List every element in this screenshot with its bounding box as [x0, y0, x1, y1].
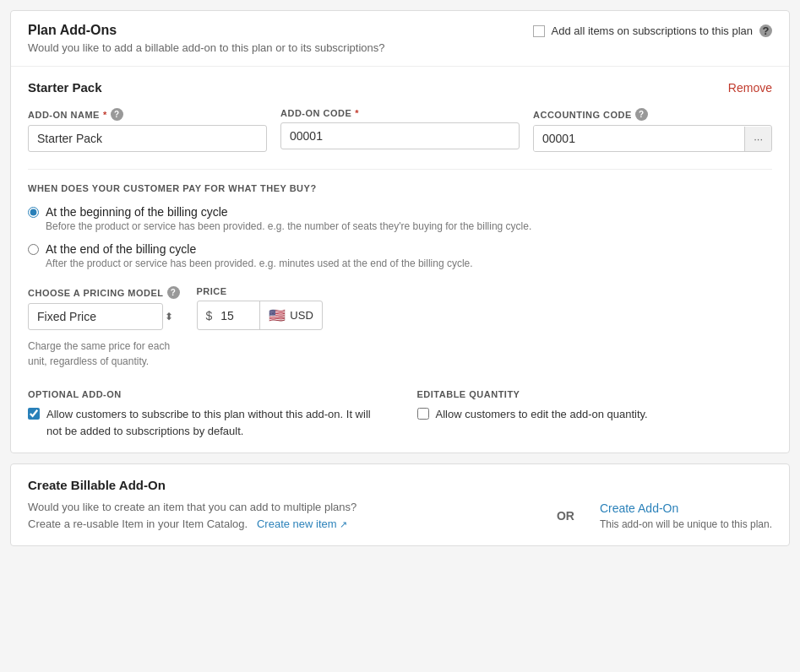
payment-beginning-title: At the beginning of the billing cycle	[46, 205, 531, 219]
dollar-sign: $	[198, 303, 218, 328]
price-input-row: $ 🇺🇸 USD	[197, 301, 323, 330]
starter-pack-title: Starter Pack	[28, 80, 102, 95]
payment-beginning-option: At the beginning of the billing cycle Be…	[28, 205, 772, 232]
optional-addon-option: Allow customers to subscribe to this pla…	[28, 406, 384, 439]
accounting-code-browse-button[interactable]: ···	[744, 127, 771, 151]
pricing-model-group: CHOOSE A PRICING MODEL ? Fixed Price Per…	[28, 286, 180, 330]
addon-code-group: ADD-ON CODE *	[280, 108, 520, 152]
addon-name-group: ADD-ON NAME * ?	[28, 108, 267, 152]
create-addon-link[interactable]: Create Add-On	[600, 501, 772, 515]
editable-quantity-group: EDITABLE QUANTITY Allow customers to edi…	[417, 389, 773, 439]
pricing-model-label: CHOOSE A PRICING MODEL ?	[28, 286, 180, 299]
page-subtitle: Would you like to add a billable add-on …	[28, 41, 385, 54]
payment-end-title: At the end of the billing cycle	[46, 242, 473, 256]
create-addon-card: Create Billable Add-On Would you like to…	[10, 463, 790, 546]
accounting-code-label: ACCOUNTING CODE ?	[533, 108, 772, 121]
price-group: PRICE $ 🇺🇸 USD	[197, 286, 323, 330]
create-addon-right: Create Add-On This add-on will be unique…	[600, 501, 772, 530]
accounting-code-input[interactable]	[534, 126, 744, 151]
external-link-icon: ↗	[340, 519, 347, 529]
payment-end-option: At the end of the billing cycle After th…	[28, 242, 772, 269]
accounting-code-help-icon[interactable]: ?	[635, 108, 648, 121]
us-flag-icon: 🇺🇸	[269, 307, 286, 323]
page-title: Plan Add-Ons	[28, 23, 385, 38]
pricing-model-select[interactable]: Fixed Price Per Unit Tiered Volume Stair…	[28, 303, 163, 330]
currency-label: USD	[290, 309, 313, 322]
editable-quantity-text[interactable]: Allow customers to edit the add-on quant…	[436, 406, 648, 423]
addon-code-input[interactable]	[280, 122, 520, 149]
addon-name-required: *	[103, 110, 107, 120]
editable-quantity-option: Allow customers to edit the add-on quant…	[417, 406, 773, 423]
create-addon-unique-desc: This add-on will be unique to this plan.	[600, 518, 772, 530]
price-input[interactable]	[217, 303, 259, 328]
payment-beginning-label[interactable]: At the beginning of the billing cycle Be…	[46, 205, 531, 232]
payment-timing-label: WHEN DOES YOUR CUSTOMER PAY FOR WHAT THE…	[28, 183, 772, 193]
optional-addon-checkbox[interactable]	[28, 408, 40, 420]
price-label: PRICE	[197, 286, 323, 296]
payment-end-label[interactable]: At the end of the billing cycle After th…	[46, 242, 473, 269]
select-arrow-icon: ⬍	[165, 311, 173, 322]
add-all-help-icon[interactable]: ?	[759, 24, 772, 37]
optional-addon-text[interactable]: Allow customers to subscribe to this pla…	[46, 406, 384, 439]
accounting-code-field: ···	[533, 125, 772, 152]
add-all-label: Add all items on subscriptions to this p…	[552, 24, 753, 37]
payment-timing-group: At the beginning of the billing cycle Be…	[28, 205, 772, 269]
addon-code-required: *	[355, 108, 359, 118]
create-addon-desc: Would you like to create an item that yo…	[28, 499, 531, 532]
payment-end-desc: After the product or service has been pr…	[46, 257, 473, 269]
add-all-checkbox[interactable]	[533, 25, 545, 37]
pricing-model-help-icon[interactable]: ?	[167, 286, 180, 299]
or-divider: OR	[557, 509, 574, 523]
addon-name-input[interactable]	[28, 125, 267, 152]
payment-beginning-radio[interactable]	[28, 207, 39, 218]
pricing-model-select-wrapper: Fixed Price Per Unit Tiered Volume Stair…	[28, 303, 180, 330]
addon-code-label: ADD-ON CODE *	[280, 108, 520, 118]
payment-beginning-desc: Before the product or service has been p…	[46, 220, 531, 232]
create-addon-title: Create Billable Add-On	[28, 478, 772, 492]
create-addon-left: Would you like to create an item that yo…	[28, 499, 531, 532]
addon-name-label: ADD-ON NAME * ?	[28, 108, 267, 121]
editable-quantity-label: EDITABLE QUANTITY	[417, 389, 773, 399]
remove-link[interactable]: Remove	[728, 81, 772, 95]
pricing-description: Charge the same price for each unit, reg…	[28, 339, 772, 369]
addon-name-help-icon[interactable]: ?	[111, 108, 123, 121]
payment-end-radio[interactable]	[28, 244, 39, 255]
accounting-code-group: ACCOUNTING CODE ? ···	[533, 108, 772, 152]
optional-addon-group: OPTIONAL ADD-ON Allow customers to subsc…	[28, 389, 384, 439]
create-new-item-link[interactable]: Create new item ↗	[253, 518, 347, 530]
optional-addon-label: OPTIONAL ADD-ON	[28, 389, 384, 399]
currency-selector[interactable]: 🇺🇸 USD	[259, 301, 321, 329]
editable-quantity-checkbox[interactable]	[417, 408, 429, 420]
